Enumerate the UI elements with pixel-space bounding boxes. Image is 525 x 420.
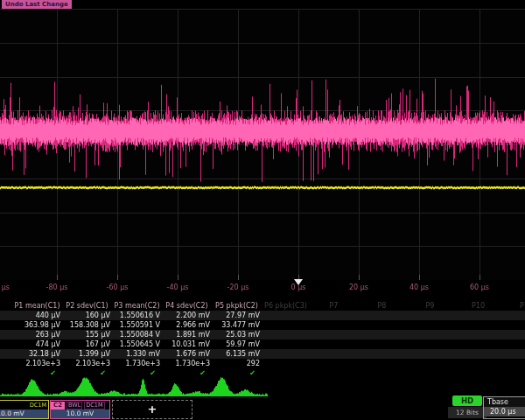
axis-tick-label: -40 µs	[167, 284, 189, 291]
measure-row-max: 474 µV 167 µV 1.550645 V 10.031 mV 59.97…	[0, 340, 525, 349]
measure-cell: 155 µV	[62, 330, 112, 340]
c2-badge: C2	[51, 402, 65, 410]
param-header-p7[interactable]: P7	[310, 301, 358, 311]
measure-cell: 2.966 mV	[162, 320, 212, 330]
param-header-p8[interactable]: P8	[358, 301, 406, 311]
param-header-p9[interactable]: P9	[406, 301, 454, 311]
measure-cell: 2.200 mV	[162, 311, 212, 320]
measure-cell: 1.730e+3	[112, 359, 162, 368]
resolution-bits-label: 12 Bits	[448, 407, 486, 418]
measure-row-mean: 363.98 µV 158.308 µV 1.550591 V 2.966 mV…	[0, 320, 525, 330]
timebase-descriptor[interactable]: Tbase 20.0 µs	[483, 396, 525, 419]
c2-bwl-label: BWL	[66, 402, 82, 410]
measure-row-num: 2.103e+3 2.103e+3 1.730e+3 1.730e+3 292	[0, 359, 525, 368]
measure-cell: 292	[212, 359, 262, 368]
c1-scale-value: 10.0 mV	[0, 410, 48, 418]
measure-cell: 32.18 µV	[12, 349, 62, 359]
measure-cell: 160 µV	[62, 311, 112, 320]
measure-header-row: P1 mean(C1) P2 sdev(C1) P3 mean(C2) P4 s…	[0, 301, 525, 311]
oscilloscope-screen: Undo Last Change -100 µs -80 µs -60 µs -…	[0, 0, 525, 420]
axis-tick-label: 20 µs	[349, 284, 368, 291]
measure-cell: 1.550591 V	[112, 320, 162, 330]
measure-cell: 27.97 mV	[212, 311, 262, 320]
math-trace-canvas	[0, 376, 271, 399]
measure-cell: 1.550084 V	[112, 330, 162, 340]
measure-cell: 263 µV	[12, 330, 62, 340]
measure-cell: 25.03 mV	[212, 330, 262, 340]
param-header-p3[interactable]: P3 mean(C2)	[112, 301, 162, 311]
c1-coupling-label: DC1M	[30, 402, 48, 409]
param-header-p4[interactable]: P4 sdev(C2)	[162, 301, 212, 311]
measure-cell: 158.308 µV	[62, 320, 112, 330]
measure-cell: 10.031 mV	[162, 340, 212, 349]
graticule-waveform-canvas	[0, 9, 525, 280]
param-header-p6[interactable]: P6 pkpk(C3)	[262, 301, 310, 311]
axis-tick-label: -20 µs	[228, 284, 249, 291]
measure-cell: 6.135 mV	[212, 349, 262, 359]
measure-cell: 440 µV	[12, 311, 62, 320]
measure-cell: 1.330 mV	[112, 349, 162, 359]
measure-cell: 1.399 µV	[62, 349, 112, 359]
axis-tick-label: -80 µs	[46, 284, 68, 291]
axis-tick-label: 40 µs	[410, 284, 429, 291]
timebase-value: 20.0 µs	[484, 407, 525, 416]
measure-cell: 33.477 mV	[212, 320, 262, 330]
c2-coupling-label: DC1M	[84, 402, 104, 410]
measure-cell: 1.730e+3	[162, 359, 212, 368]
param-header-p1[interactable]: P1 mean(C1)	[12, 301, 62, 311]
measure-cell: 1.550645 V	[112, 340, 162, 349]
axis-tick-label: -100 µs	[0, 284, 10, 291]
axis-tick-label: 60 µs	[470, 284, 489, 291]
timebase-label: Tbase	[484, 397, 525, 407]
param-header-p2[interactable]: P2 sdev(C1)	[62, 301, 112, 311]
measurement-table: P1 mean(C1) P2 sdev(C1) P3 mean(C2) P4 s…	[0, 301, 525, 378]
measure-cell: 1.550616 V	[112, 311, 162, 320]
measure-cell: 1.891 mV	[162, 330, 212, 340]
param-header-p10[interactable]: P10	[454, 301, 502, 311]
measure-row-value: 440 µV 160 µV 1.550616 V 2.200 mV 27.97 …	[0, 311, 525, 320]
axis-tick-label: -60 µs	[107, 284, 129, 291]
add-trace-button[interactable]: +	[112, 400, 192, 419]
axis-tick-label: 0 µs	[291, 284, 306, 291]
measure-cell: 2.103e+3	[62, 359, 112, 368]
measure-row-min: 263 µV 155 µV 1.550084 V 1.891 mV 25.03 …	[0, 330, 525, 340]
measure-cell: 474 µV	[12, 340, 62, 349]
channel-c1-descriptor[interactable]: C1 DC1M 10.0 mV	[0, 400, 49, 419]
measure-cell: 59.97 mV	[212, 340, 262, 349]
c2-scale-value: 10.0 mV	[51, 410, 109, 418]
measure-row-sdev: 32.18 µV 1.399 µV 1.330 mV 1.676 mV 6.13…	[0, 349, 525, 359]
measure-cell: 1.676 mV	[162, 349, 212, 359]
hd-mode-badge[interactable]: HD	[452, 396, 482, 406]
measure-cell: 2.103e+3	[12, 359, 62, 368]
channel-c2-descriptor[interactable]: C2 BWL DC1M 10.0 mV	[50, 400, 110, 419]
param-header-p5[interactable]: P5 pkpk(C2)	[212, 301, 262, 311]
measure-cell: 363.98 µV	[12, 320, 62, 330]
param-header-p11[interactable]: P11	[502, 301, 525, 311]
measure-cell: 167 µV	[62, 340, 112, 349]
undo-last-change-button[interactable]: Undo Last Change	[2, 0, 72, 9]
